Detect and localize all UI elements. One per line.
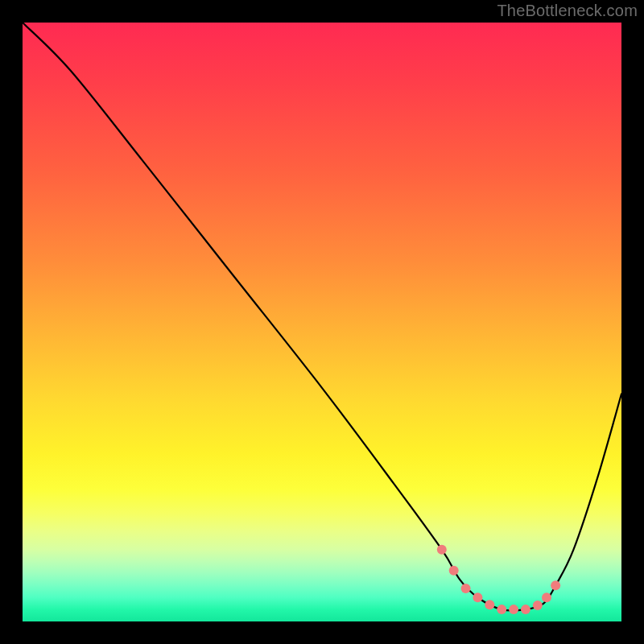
marker-dot [509,605,518,614]
plot-area [23,23,621,621]
chart-frame: TheBottleneck.com [0,0,644,644]
marker-dot [449,566,459,576]
marker-dot [473,592,482,602]
marker-dot [542,592,551,602]
marker-dots-group [437,545,560,614]
marker-dot [461,584,471,593]
marker-dot [497,605,506,614]
marker-dot [521,605,530,614]
marker-dot [533,601,543,610]
watermark-text: TheBottleneck.com [497,2,638,20]
chart-svg [23,23,621,621]
marker-dot [485,600,494,609]
marker-dot [437,545,447,555]
curve-path [23,23,621,611]
marker-dot [551,580,560,590]
